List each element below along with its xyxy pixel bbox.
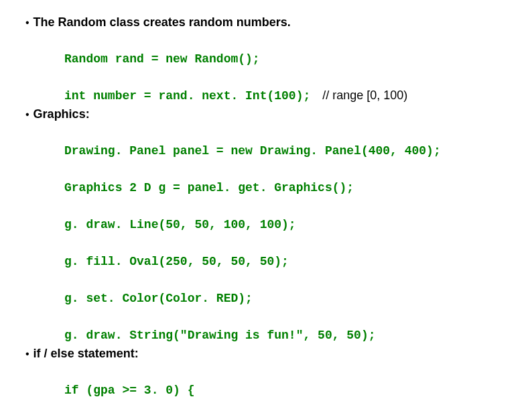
bullet-graphics-text: Graphics: <box>34 105 90 123</box>
code-gfx-4: g. fill. Oval(250, 50, 50, 50); <box>58 234 512 271</box>
bullet-dot-icon: • <box>25 346 29 362</box>
code-text: g. draw. Line(50, 50, 100, 100); <box>64 218 296 231</box>
code-gfx-5: g. set. Color(Color. RED); <box>58 271 512 308</box>
bullet-dot-icon: • <box>25 15 29 31</box>
bullet-random-text: The Random class creates random numbers. <box>34 13 291 32</box>
code-random-2: int number = rand. next. Int(100);// ran… <box>58 68 512 105</box>
code-text: g. set. Color(Color. RED); <box>64 292 253 305</box>
code-gfx-2: Graphics 2 D g = panel. get. Graphics(); <box>58 160 512 197</box>
code-text: if (gpa >= 3. 0) { <box>64 384 194 397</box>
bullet-ifelse-text: if / else statement: <box>34 345 139 363</box>
code-text: int number = rand. next. Int(100); <box>64 89 310 103</box>
code-comment: // range [0, 100) <box>322 89 407 102</box>
code-text: g. draw. String("Drawing is fun!", 50, 5… <box>64 329 375 342</box>
code-text: Drawing. Panel panel = new Drawing. Pane… <box>64 144 441 158</box>
code-if-1: if (gpa >= 3. 0) { <box>58 363 512 399</box>
code-gfx-6: g. draw. String("Drawing is fun!", 50, 5… <box>58 308 512 345</box>
code-text: Graphics 2 D g = panel. get. Graphics(); <box>64 181 354 194</box>
code-gfx-3: g. draw. Line(50, 50, 100, 100); <box>58 197 512 234</box>
bullet-graphics: • Graphics: <box>25 105 512 123</box>
bullet-random: • The Random class creates random number… <box>25 13 512 32</box>
code-text: g. fill. Oval(250, 50, 50, 50); <box>64 255 289 268</box>
code-random-1: Random rand = new Random(); <box>58 32 512 68</box>
bullet-ifelse: • if / else statement: <box>25 345 512 363</box>
code-gfx-1: Drawing. Panel panel = new Drawing. Pane… <box>58 123 512 160</box>
code-text: Random rand = new Random(); <box>64 52 260 66</box>
bullet-dot-icon: • <box>25 107 29 123</box>
